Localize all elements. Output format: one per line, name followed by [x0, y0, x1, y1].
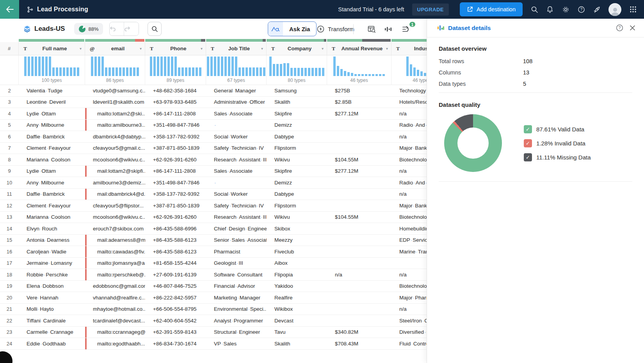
search-icon[interactable] — [530, 5, 538, 13]
legend-item[interactable]: ✓87.61% Valid Data — [524, 125, 591, 133]
grid-search-button[interactable] — [148, 22, 162, 36]
header-full_name[interactable]: TFull name▾ — [19, 42, 85, 55]
histogram-bar — [52, 67, 55, 76]
table-row[interactable]: 19Elena·Dobbsonedobbsonc@gmail.com+46-80… — [0, 281, 427, 292]
legend-checkbox[interactable]: ✓ — [524, 125, 532, 133]
histogram-bar — [287, 63, 289, 76]
cell-company: Wikivu — [267, 212, 327, 223]
invalid-cell-marker — [85, 269, 87, 280]
cell-full_name: Robbie·Perschke — [19, 269, 85, 280]
column-menu-caret-icon[interactable]: ▾ — [322, 46, 324, 51]
applied-steps-button[interactable]: 1 — [400, 24, 411, 35]
notifications-bell-icon[interactable] — [546, 5, 554, 13]
cell-full_name: Anny·Milbourne — [19, 177, 85, 188]
histogram-bar — [365, 74, 367, 76]
cell-rownum: 18 — [0, 269, 19, 280]
table-row[interactable]: 15Antonia·Dearnessmail:adearness8@m...+8… — [0, 235, 427, 246]
cell-email: vhannahd@realfire.c... — [85, 292, 145, 303]
histogram-bar — [181, 67, 184, 76]
redo-button[interactable] — [124, 22, 139, 35]
cell-industry: Marine·Trans — [391, 246, 427, 257]
histogram-bar — [101, 57, 104, 76]
table-row[interactable]: 12Clement·Feavyourcfeavyour5@flipstor...… — [0, 200, 427, 212]
table-row[interactable]: 22Tiffani·Cardinaletcardinalef@devcast..… — [0, 315, 427, 327]
column-menu-caret-icon[interactable]: ▾ — [261, 46, 263, 51]
table-row[interactable]: 11Daffie·Bambrickmail:dbambrick4@d...+35… — [0, 189, 427, 200]
undo-button[interactable] — [110, 22, 124, 35]
cell-rownum: 5 — [0, 120, 19, 131]
column-stats-button[interactable] — [382, 24, 393, 35]
table-row[interactable]: 9Lydie·Ottammail:lottam2@skipfi...+86-14… — [0, 166, 427, 177]
cell-email: mailto:lottam2@ski... — [85, 108, 145, 119]
table-row[interactable]: 2Valentia·Tudgevtudge0@samsung.c...+48-6… — [0, 85, 427, 97]
table-row[interactable]: 18Robbie·Perschkemailto:rperschkeb@...+2… — [0, 269, 427, 281]
table-row[interactable]: 8Marianna·Coolsonmcoolson6@wikivu.c...+6… — [0, 154, 427, 166]
quality-donut-chart — [444, 114, 502, 172]
cell-company: Demizz — [267, 177, 327, 188]
settings-gear-icon[interactable] — [562, 5, 569, 13]
whats-new-rocket-icon[interactable] — [593, 5, 601, 13]
help-icon[interactable]: ? — [577, 5, 585, 13]
column-menu-caret-icon[interactable]: ▾ — [386, 46, 388, 51]
table-row[interactable]: 3Leontine·Deverilldeveril1@skalith.com+6… — [0, 97, 427, 108]
cell-company: Demizz — [267, 120, 327, 131]
column-menu-caret-icon[interactable]: ▾ — [201, 46, 203, 51]
cell-phone: +62-926-391-6260 — [145, 212, 206, 223]
header-job_title[interactable]: TJob Title▾ — [206, 42, 267, 55]
legend-checkbox[interactable]: ✓ — [524, 153, 532, 161]
cell-email: edobbsonc@gmail.com — [85, 281, 145, 292]
legend-item[interactable]: ✓11.11% Missing Data — [524, 153, 591, 161]
histogram-bar — [420, 71, 423, 76]
table-row[interactable]: 21Molli·Haytomhaytoe@hotmail.co...+66-50… — [0, 304, 427, 315]
table-row[interactable]: 16Caroljean·Wadiemailto:cawadas@fiv...+8… — [0, 246, 427, 258]
back-button[interactable] — [0, 0, 19, 19]
histogram-bar — [199, 67, 201, 76]
histogram-bar — [56, 67, 58, 76]
column-histogram-email: 86 types — [85, 55, 145, 85]
header-email[interactable]: @email▾ — [85, 42, 145, 55]
histogram-bar — [105, 67, 107, 76]
table-row[interactable]: 5Anny·Milbournemailto:amilbourne3...+351… — [0, 120, 427, 131]
cell-company: Skibox — [267, 223, 327, 234]
header-phone[interactable]: TPhone▾ — [145, 42, 206, 55]
histogram-bar — [73, 67, 76, 76]
app-grid-icon[interactable] — [629, 5, 637, 13]
quality-segment — [85, 39, 135, 42]
legend-checkbox[interactable]: ✓ — [524, 139, 532, 147]
cell-industry: Major·Pharm — [391, 292, 427, 303]
add-destination-button[interactable]: Add destination — [460, 2, 523, 16]
header-industry[interactable]: TIndustry▾ — [391, 42, 427, 55]
cell-email: vtudge0@samsung.c... — [85, 85, 145, 96]
table-row[interactable]: 23Carmelle·Crannagemailto:ccrannageg@...… — [0, 327, 427, 338]
table-row[interactable]: 6Daffie·Bambrickdbambrick4@dabtyp...+358… — [0, 131, 427, 143]
table-row[interactable]: 4Lydie·Ottammailto:lottam2@ski...+86-147… — [0, 108, 427, 120]
cell-job_title: Sales·Associate — [206, 166, 267, 177]
column-histogram-phone: 89 types — [145, 55, 206, 85]
table-row[interactable]: 13Marianna·Coolsonmcoolson6@wikivu.c...+… — [0, 212, 427, 223]
cell-email: cfeavyour5@gmail.c... — [85, 143, 145, 154]
dataset-quality-pill[interactable]: 88% — [74, 23, 103, 35]
ask-zia-button[interactable]: Ask Zia — [268, 21, 317, 36]
quality-segment — [324, 39, 326, 42]
header-rownum: # — [0, 42, 19, 55]
table-row[interactable]: 10Anny·Milbourneamilbourne3@demiz...+351… — [0, 177, 427, 189]
header-annual_revenue[interactable]: TAnnual Revenue▾ — [327, 42, 391, 55]
table-row[interactable]: 20Vere·Hannahvhannahd@realfire.c...+86-2… — [0, 292, 427, 304]
transform-button[interactable]: Transform — [317, 21, 354, 36]
upgrade-button[interactable]: UPGRADE — [412, 4, 449, 16]
table-row[interactable]: 24Eddie·Godthaabmailto:egodthaabh...+86-… — [0, 338, 427, 350]
column-menu-caret-icon[interactable]: ▾ — [80, 46, 82, 51]
data-preview-button[interactable] — [366, 24, 377, 35]
panel-help-button[interactable]: ? — [616, 24, 623, 32]
table-row[interactable]: 17Jermaine·Lomasnymailto:jlomasnya@a...+… — [0, 258, 427, 269]
cell-job_title: Safety·Technician·IV — [206, 200, 267, 211]
user-avatar[interactable] — [608, 3, 621, 16]
steps-count-badge: 1 — [409, 21, 416, 28]
table-row[interactable]: 7Clement·Feavyourcfeavyour5@gmail.c...+3… — [0, 143, 427, 154]
column-menu-caret-icon[interactable]: ▾ — [140, 46, 142, 51]
cell-industry: Biotechnolog — [391, 154, 427, 165]
header-company[interactable]: TCompany▾ — [267, 42, 327, 55]
panel-close-button[interactable] — [630, 25, 635, 31]
table-row[interactable]: 14Elvyn·Roucherouch7@skibox.com+86-435-5… — [0, 223, 427, 235]
legend-item[interactable]: ✓1.28% Invalid Data — [524, 139, 591, 147]
